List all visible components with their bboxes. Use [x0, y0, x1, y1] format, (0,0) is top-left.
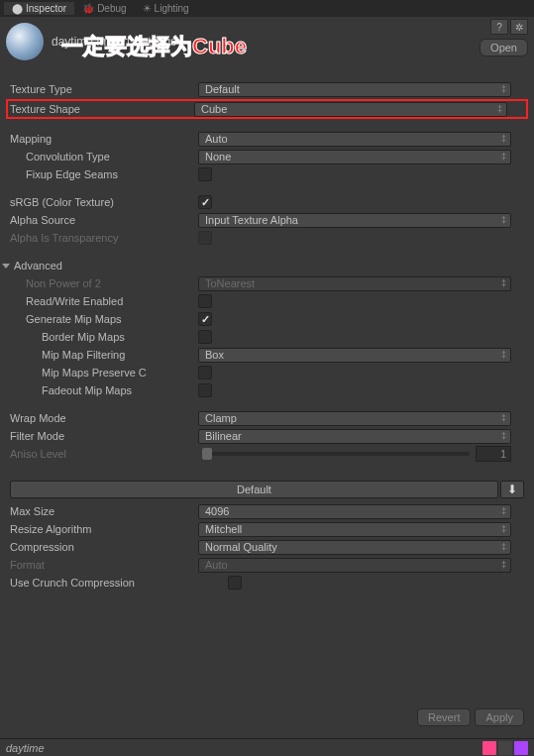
- aniso-level-value: 1: [476, 446, 511, 462]
- dropdown-filter-mode[interactable]: Bilinear: [198, 429, 511, 444]
- checkbox-srgb[interactable]: [198, 195, 212, 209]
- foldout-advanced[interactable]: Advanced: [0, 257, 534, 274]
- row-format: Format Auto: [0, 556, 534, 574]
- dropdown-mapping[interactable]: Auto: [198, 132, 511, 147]
- apply-revert-bar: Revert Apply: [417, 708, 524, 726]
- row-alpha-is-transparency: Alpha Is Transparency: [0, 229, 534, 247]
- apply-button[interactable]: Apply: [475, 708, 524, 726]
- dropdown-resize-algorithm[interactable]: Mitchell: [198, 522, 511, 537]
- label-texture-type: Texture Type: [10, 83, 198, 95]
- row-texture-type: Texture Type Default: [0, 80, 534, 98]
- label-aniso-level: Aniso Level: [10, 448, 198, 460]
- tab-lighting[interactable]: ☀Lighting: [135, 2, 197, 15]
- label-texture-shape: Texture Shape: [8, 103, 194, 115]
- checkbox-fixup-edge-seams[interactable]: [198, 167, 212, 181]
- dropdown-convolution-type[interactable]: None: [198, 150, 511, 164]
- sun-icon: ☀: [143, 3, 152, 14]
- row-use-crunch: Use Crunch Compression: [0, 574, 534, 592]
- platform-bar: Default ⬇: [10, 481, 524, 498]
- bug-icon: 🐞: [82, 3, 94, 14]
- preview-footer: daytime: [0, 738, 534, 756]
- label-use-crunch: Use Crunch Compression: [10, 577, 228, 589]
- row-border-mip-maps: Border Mip Maps: [0, 328, 534, 346]
- row-mip-maps-preserve: Mip Maps Preserve C: [0, 364, 534, 381]
- row-resize-algorithm: Resize Algorithm Mitchell: [0, 520, 534, 538]
- footer-chip-3[interactable]: [514, 741, 528, 755]
- inspector-content: Texture Type Default Texture Shape Cube …: [0, 66, 534, 595]
- label-wrap-mode: Wrap Mode: [10, 412, 198, 424]
- label-alpha-is-transparency: Alpha Is Transparency: [10, 232, 198, 244]
- label-resize-algorithm: Resize Algorithm: [10, 523, 198, 535]
- footer-asset-name: daytime: [6, 742, 481, 754]
- platform-add-button[interactable]: ⬇: [500, 481, 524, 498]
- row-fadeout-mip-maps: Fadeout Mip Maps: [0, 381, 534, 399]
- dropdown-compression[interactable]: Normal Quality: [198, 540, 511, 555]
- checkbox-fadeout-mip-maps[interactable]: [198, 383, 212, 397]
- label-convolution-type: Convolution Type: [26, 151, 198, 162]
- label-generate-mip-maps: Generate Mip Maps: [26, 313, 198, 325]
- row-filter-mode: Filter Mode Bilinear: [0, 427, 534, 445]
- label-alpha-source: Alpha Source: [10, 214, 198, 226]
- row-mip-map-filtering: Mip Map Filtering Box: [0, 346, 534, 364]
- dropdown-mip-map-filtering[interactable]: Box: [198, 348, 511, 363]
- label-max-size: Max Size: [10, 505, 198, 517]
- label-mip-map-filtering: Mip Map Filtering: [42, 349, 198, 361]
- label-fadeout-mip-maps: Fadeout Mip Maps: [42, 384, 198, 396]
- footer-chip-1[interactable]: [482, 741, 496, 755]
- chevron-down-icon: [2, 264, 10, 269]
- row-read-write: Read/Write Enabled: [0, 292, 534, 310]
- checkbox-generate-mip-maps[interactable]: [198, 312, 212, 326]
- tab-debug[interactable]: 🐞Debug: [74, 2, 134, 15]
- download-icon: ⬇: [507, 483, 517, 496]
- annotation-text: 一定要选择为Cube: [61, 32, 247, 61]
- tab-bar: ⬤Inspector 🐞Debug ☀Lighting: [0, 0, 534, 17]
- row-aniso-level: Aniso Level 1: [0, 445, 534, 463]
- row-max-size: Max Size 4096: [0, 502, 534, 520]
- label-compression: Compression: [10, 541, 198, 553]
- dropdown-format: Auto: [198, 558, 511, 573]
- help-button[interactable]: ?: [490, 19, 508, 35]
- checkbox-mip-maps-preserve[interactable]: [198, 366, 212, 379]
- label-border-mip-maps: Border Mip Maps: [42, 331, 198, 343]
- dropdown-wrap-mode[interactable]: Clamp: [198, 411, 511, 426]
- label-filter-mode: Filter Mode: [10, 430, 198, 442]
- slider-thumb: [202, 448, 212, 460]
- platform-default-button[interactable]: Default: [10, 481, 498, 498]
- open-button[interactable]: Open: [480, 39, 528, 56]
- row-wrap-mode: Wrap Mode Clamp: [0, 409, 534, 427]
- gear-icon: ✲: [515, 22, 523, 33]
- dropdown-alpha-source[interactable]: Input Texture Alpha: [198, 213, 511, 228]
- row-alpha-source: Alpha Source Input Texture Alpha: [0, 211, 534, 229]
- label-format: Format: [10, 559, 198, 571]
- label-fixup-edge-seams: Fixup Edge Seams: [26, 168, 198, 180]
- settings-button[interactable]: ✲: [510, 19, 528, 35]
- label-non-power-of-2: Non Power of 2: [26, 277, 198, 289]
- label-mapping: Mapping: [10, 133, 198, 145]
- label-advanced: Advanced: [14, 260, 62, 271]
- row-fixup-edge-seams: Fixup Edge Seams: [0, 165, 534, 183]
- row-srgb: sRGB (Color Texture): [0, 193, 534, 211]
- dropdown-max-size[interactable]: 4096: [198, 504, 511, 519]
- asset-thumbnail: [6, 23, 44, 60]
- revert-button[interactable]: Revert: [417, 708, 471, 726]
- dropdown-non-power-of-2: ToNearest: [198, 276, 511, 291]
- checkbox-read-write[interactable]: [198, 294, 212, 308]
- footer-chip-2[interactable]: [498, 741, 512, 755]
- row-mapping: Mapping Auto: [0, 130, 534, 148]
- row-compression: Compression Normal Quality: [0, 538, 534, 556]
- highlight-texture-shape: Texture Shape Cube: [6, 99, 528, 119]
- row-convolution-type: Convolution Type None: [0, 148, 534, 165]
- label-srgb: sRGB (Color Texture): [10, 196, 198, 208]
- checkbox-border-mip-maps[interactable]: [198, 330, 212, 344]
- inspector-icon: ⬤: [12, 3, 23, 14]
- row-non-power-of-2: Non Power of 2 ToNearest: [0, 274, 534, 292]
- dropdown-texture-shape[interactable]: Cube: [194, 102, 507, 117]
- slider-aniso-level: [202, 452, 470, 456]
- checkbox-use-crunch[interactable]: [228, 576, 242, 590]
- label-mip-maps-preserve: Mip Maps Preserve C: [42, 367, 198, 378]
- checkbox-alpha-is-transparency: [198, 231, 212, 245]
- dropdown-texture-type[interactable]: Default: [198, 82, 511, 97]
- label-read-write: Read/Write Enabled: [26, 295, 198, 307]
- tab-inspector[interactable]: ⬤Inspector: [4, 2, 74, 15]
- row-generate-mip-maps: Generate Mip Maps: [0, 310, 534, 328]
